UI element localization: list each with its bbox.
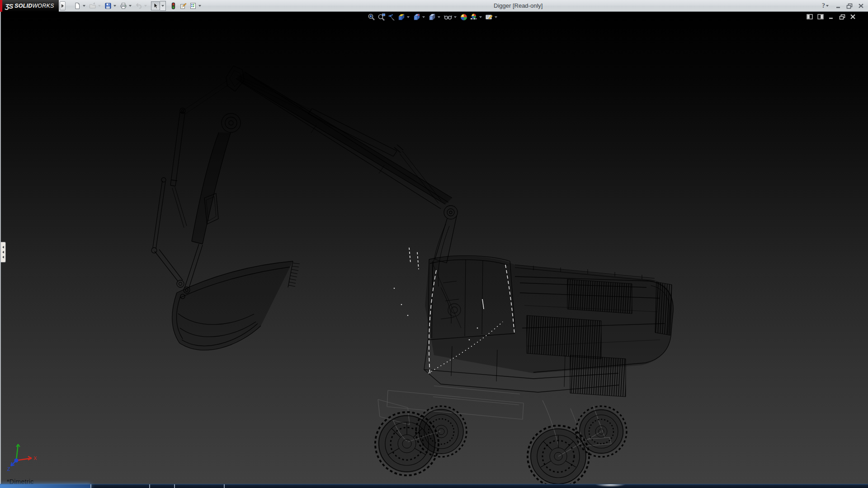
- eyeglasses-icon: [443, 13, 453, 21]
- menu-bar-toolbar: [72, 0, 203, 12]
- edit-appearance-button[interactable]: [459, 13, 468, 21]
- pane-left-icon: [807, 14, 813, 19]
- help-button[interactable]: ?: [822, 2, 830, 9]
- close-document-button[interactable]: [849, 14, 856, 20]
- graphics-viewport[interactable]: X Z *Dimetric: [0, 12, 868, 484]
- select-dropdown-button[interactable]: [160, 1, 166, 11]
- restore-button[interactable]: [846, 2, 853, 9]
- display-style-button[interactable]: [428, 13, 442, 21]
- select-dropdown-icon: [161, 5, 164, 7]
- close-button[interactable]: [857, 2, 864, 9]
- close-document-icon: [850, 14, 856, 19]
- collapse-arrow-icon: [2, 246, 4, 249]
- appearance-sphere-icon: [460, 13, 468, 21]
- view-settings-button[interactable]: [485, 13, 499, 21]
- view-orientation-dropdown-icon[interactable]: [422, 16, 425, 18]
- menu-flyout-button[interactable]: [60, 1, 66, 10]
- view-orientation-button[interactable]: [412, 13, 427, 21]
- minimize-button[interactable]: [835, 2, 842, 9]
- taskbar-separator: [174, 484, 175, 488]
- open-button[interactable]: [88, 0, 103, 11]
- apply-scene-dropdown-icon[interactable]: [479, 16, 482, 18]
- new-document-button[interactable]: [72, 0, 88, 11]
- hide-show-items-button[interactable]: [443, 13, 458, 21]
- titlebar: ƷS SOLIDWORKS: [0, 0, 868, 12]
- print-button[interactable]: [118, 0, 134, 11]
- view-orientation-icon: [413, 13, 421, 21]
- taskbar-separator: [224, 484, 225, 488]
- select-tool-group: [151, 1, 166, 11]
- heads-up-view-toolbar: [367, 13, 499, 21]
- open-folder-icon: [88, 1, 97, 10]
- view-settings-icon: [485, 13, 493, 21]
- taskbar-separator: [90, 484, 91, 488]
- close-icon: [858, 3, 864, 9]
- brand-name-bold: SOLID: [14, 3, 32, 9]
- zoom-to-area-button[interactable]: [377, 13, 386, 21]
- print-dropdown-icon[interactable]: [129, 5, 132, 7]
- active-taskbar-button[interactable]: [0, 484, 90, 488]
- reference-triad[interactable]: X Z: [6, 438, 42, 472]
- show-left-pane-button[interactable]: [806, 14, 813, 20]
- collapse-arrow-icon: [2, 251, 4, 253]
- apply-scene-button[interactable]: [469, 13, 484, 21]
- display-style-icon: [428, 13, 436, 21]
- new-document-icon: [73, 1, 82, 10]
- select-button[interactable]: [151, 1, 160, 10]
- zoom-to-fit-icon: [368, 13, 376, 21]
- undo-button[interactable]: [134, 0, 149, 11]
- display-style-dropdown-icon[interactable]: [438, 16, 440, 18]
- pane-right-icon: [817, 14, 824, 19]
- triad-z-label: Z: [7, 466, 10, 472]
- new-document-dropdown-icon[interactable]: [83, 5, 85, 7]
- note-pencil-icon: [179, 1, 188, 10]
- undo-dropdown-icon[interactable]: [144, 5, 147, 7]
- solidworks-logo: ƷS SOLIDWORKS: [2, 0, 59, 12]
- help-icon: ?: [822, 2, 825, 9]
- apply-scene-icon: [470, 13, 478, 21]
- collapse-arrow-icon: [2, 256, 4, 258]
- digger-wireframe-model[interactable]: [0, 12, 868, 484]
- restore-icon: [846, 3, 853, 9]
- open-dropdown-icon[interactable]: [98, 5, 101, 7]
- save-dropdown-icon[interactable]: [113, 5, 116, 7]
- minimize-document-icon: [828, 14, 834, 19]
- select-cursor-icon: [152, 2, 159, 9]
- logo-glyph-icon: ƷS: [5, 2, 13, 10]
- window-controls: ?: [822, 0, 864, 12]
- previous-view-icon: [387, 13, 396, 21]
- view-settings-dropdown-icon[interactable]: [495, 16, 497, 18]
- file-properties-button[interactable]: [178, 0, 188, 11]
- taskbar-separator: [149, 484, 150, 488]
- document-window-controls: [806, 14, 856, 20]
- undo-arrow-icon: [134, 1, 143, 10]
- printer-icon: [119, 1, 128, 10]
- previous-view-button[interactable]: [387, 13, 396, 21]
- help-dropdown-icon[interactable]: [826, 5, 829, 7]
- options-button[interactable]: [188, 0, 203, 11]
- zoom-to-area-icon: [377, 13, 386, 21]
- section-view-dropdown-icon[interactable]: [407, 16, 410, 18]
- options-dropdown-icon[interactable]: [198, 5, 201, 7]
- save-button[interactable]: [103, 0, 118, 11]
- featuremanager-collapsed-tab[interactable]: [1, 242, 6, 263]
- document-title: Digger [Read-only]: [494, 0, 542, 12]
- solidworks-window: ƷS SOLIDWORKS: [0, 0, 868, 488]
- hide-show-dropdown-icon[interactable]: [454, 16, 457, 18]
- taskbar-glow: [590, 484, 631, 488]
- windows-taskbar-sliver[interactable]: [0, 484, 868, 488]
- options-checklist-icon: [189, 1, 198, 10]
- restore-document-button[interactable]: [839, 14, 845, 20]
- show-right-pane-button[interactable]: [817, 14, 824, 20]
- view-orientation-label: *Dimetric: [7, 478, 33, 484]
- traffic-light-icon: [169, 1, 178, 10]
- rebuild-button[interactable]: [168, 0, 178, 11]
- brand-name-light: WORKS: [32, 3, 54, 9]
- zoom-to-fit-button[interactable]: [367, 13, 376, 21]
- minimize-document-button[interactable]: [828, 14, 835, 20]
- triad-x-label: X: [33, 455, 37, 461]
- minimize-icon: [835, 3, 841, 9]
- section-view-button[interactable]: [397, 13, 411, 21]
- flyout-arrow-icon: [61, 4, 64, 8]
- save-floppy-icon: [104, 1, 113, 10]
